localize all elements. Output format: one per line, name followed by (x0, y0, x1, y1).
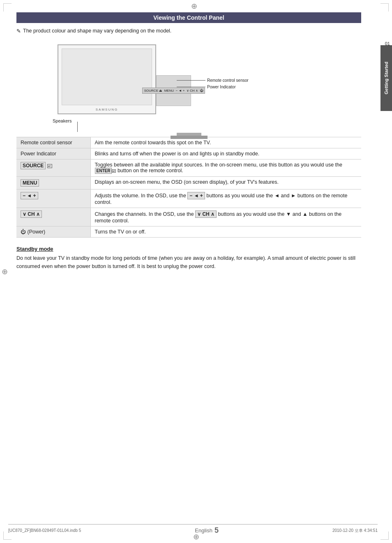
vol-key-inline: − ◄ + (187, 192, 205, 199)
table-key-volume: − ◄ + (16, 189, 90, 208)
standby-section: Standby mode Do not leave your TV in sta… (16, 246, 361, 270)
sidebar-label-box: Getting Started (380, 45, 392, 111)
table-value-volume: Adjusts the volume. In the OSD, use the … (90, 189, 361, 208)
remote-sensor-line: Remote control sensor Power Indicator (177, 78, 249, 89)
speakers-label: Speakers (53, 118, 71, 123)
key-label-ch: ∨ CH ∧ (21, 210, 42, 218)
key-label-source: SOURCE (21, 162, 46, 169)
language-label: English (195, 527, 212, 534)
samsung-logo: SAMSUNG (96, 108, 118, 111)
features-table: Remote control sensor Aim the remote con… (16, 137, 361, 238)
table-key-power-indicator: Power Indicator (16, 148, 90, 159)
table-value-power: Turns the TV on or off. (90, 226, 361, 238)
table-value-ch: Changes the channels. In the OSD, use th… (90, 208, 361, 226)
table-value-source: Toggles between all the available input … (90, 159, 361, 177)
table-value-remote-sensor: Aim the remote control towards this spot… (90, 137, 361, 148)
tv-stand-base (171, 136, 208, 139)
file-info: [UC870_ZF]BN68-02849T-01L04.indb 5 (8, 528, 81, 533)
page-number-area: English 5 (195, 526, 219, 535)
table-value-power-indicator: Blinks and turns off when the power is o… (90, 148, 361, 159)
ch-key-inline: ∨ CH ∧ (195, 210, 217, 218)
key-label-volume: − ◄ + (21, 192, 38, 199)
note-icon: ✎ (16, 28, 21, 34)
note-line: ✎ The product colour and shape may vary … (16, 28, 361, 34)
remote-sensor-label: Remote control sensor (207, 78, 249, 83)
table-row: ∨ CH ∧ Changes the channels. In the OSD,… (16, 208, 361, 226)
power-indicator-label: Power Indicator (207, 85, 235, 89)
page-number: 5 (214, 526, 219, 535)
table-row: SOURCE ↵ Toggles between all the availab… (16, 159, 361, 177)
enter-key-label: ENTER (95, 168, 112, 174)
key-label-power: ⏻ (Power) (21, 229, 45, 235)
table-value-menu: Displays an on-screen menu, the OSD (on … (90, 177, 361, 189)
speakers-line (77, 122, 78, 132)
table-key-menu: MENU (16, 177, 90, 189)
tv-diagram: SAMSUNG SOURCE ⏏ MENU − ◄ + ∨ CH ∧ ⏻ Rem… (16, 40, 361, 131)
key-label-power-indicator: Power Indicator (21, 151, 56, 157)
enter-return-icon: ↵ (112, 169, 116, 173)
sidebar-label: Getting Started (384, 62, 389, 94)
right-sidebar: 01 Getting Started (380, 0, 392, 543)
key-label-menu: MENU (21, 179, 39, 187)
source-return-icon: ↵ (47, 164, 52, 168)
corner-mark-tl (3, 3, 12, 12)
standby-title: Standby mode (16, 246, 361, 252)
date-info: 2010-12-20 오후 4:34:51 (332, 528, 378, 534)
table-key-ch: ∨ CH ∧ (16, 208, 90, 226)
table-key-remote-sensor: Remote control sensor (16, 137, 90, 148)
table-row: Power Indicator Blinks and turns off whe… (16, 148, 361, 159)
tv-screen (62, 49, 152, 105)
crosshair-top-icon (191, 2, 201, 12)
bottom-bar: [UC870_ZF]BN68-02849T-01L04.indb 5 Engli… (8, 524, 378, 535)
main-content: Viewing the Control Panel ✎ The product … (16, 12, 376, 270)
table-row: MENU Displays an on-screen menu, the OSD… (16, 177, 361, 189)
table-key-power: ⏻ (Power) (16, 226, 90, 238)
note-text: The product colour and shape may vary de… (23, 28, 171, 34)
section-title: Viewing the Control Panel (16, 12, 361, 23)
tv-frame: SAMSUNG (58, 44, 156, 114)
key-label-remote-sensor: Remote control sensor (21, 140, 72, 146)
crosshair-left-icon (2, 267, 8, 276)
table-row: ⏻ (Power) Turns the TV on or off. (16, 226, 361, 238)
standby-text: Do not leave your TV in standby mode for… (16, 254, 361, 270)
table-key-source: SOURCE ↵ (16, 159, 90, 177)
table-row: − ◄ + Adjusts the volume. In the OSD, us… (16, 189, 361, 208)
